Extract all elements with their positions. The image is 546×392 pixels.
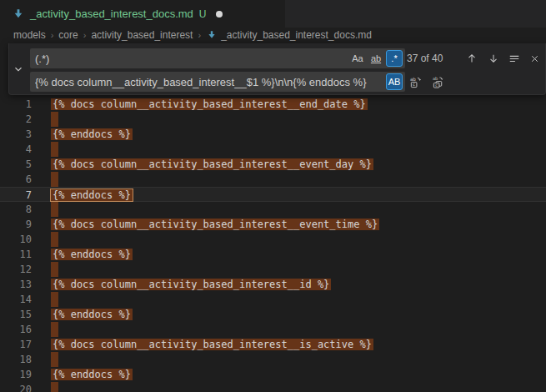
whole-word-toggle[interactable]: ab bbox=[368, 50, 384, 67]
svg-text:ab: ab bbox=[432, 76, 437, 81]
code-text: {% enddocs %} bbox=[53, 367, 131, 382]
code-line[interactable]: 9{% docs column__activity_based_interest… bbox=[0, 217, 546, 232]
search-box: Aa ab .* bbox=[30, 48, 405, 68]
line-number: 2 bbox=[0, 112, 32, 127]
line-number: 20 bbox=[0, 382, 32, 392]
modified-indicator-dot[interactable] bbox=[216, 11, 223, 18]
code-text: {% enddocs %} bbox=[53, 307, 131, 322]
preserve-case-toggle[interactable]: AB bbox=[386, 73, 403, 90]
empty-line-find-match bbox=[51, 112, 58, 127]
empty-line-find-match bbox=[51, 352, 58, 367]
line-number: 13 bbox=[0, 277, 32, 292]
breadcrumb-separator: › bbox=[83, 30, 87, 40]
code-line[interactable]: 15{% enddocs %} bbox=[0, 307, 546, 322]
code-text: {% docs column__activity_based_interest_… bbox=[53, 157, 372, 172]
code-text: {% enddocs %} bbox=[53, 127, 131, 142]
code-line[interactable]: 5{% docs column__activity_based_interest… bbox=[0, 157, 546, 172]
code-text: {% docs column__activity_based_interest_… bbox=[53, 337, 372, 352]
code-line[interactable]: 16 bbox=[0, 322, 546, 337]
code-line[interactable]: 14 bbox=[0, 292, 546, 307]
find-in-selection-button[interactable] bbox=[506, 50, 523, 67]
empty-line-find-match bbox=[51, 322, 58, 337]
line-number: 10 bbox=[0, 232, 32, 247]
line-number: 3 bbox=[0, 127, 32, 142]
line-number: 4 bbox=[0, 142, 32, 157]
code-line[interactable]: 18 bbox=[0, 352, 546, 367]
code-line[interactable]: 17{% docs column__activity_based_interes… bbox=[0, 337, 546, 352]
tab-filename: _activity_based_interest_docs.md bbox=[30, 8, 193, 20]
line-number: 18 bbox=[0, 352, 32, 367]
line-number: 19 bbox=[0, 367, 32, 382]
line-number: 17 bbox=[0, 337, 32, 352]
breadcrumb-separator: › bbox=[51, 30, 54, 40]
code-line[interactable]: 12 bbox=[0, 262, 546, 277]
git-status-badge: U bbox=[199, 8, 207, 20]
code-line[interactable]: 1{% docs column__activity_based_interest… bbox=[0, 97, 546, 112]
code-line[interactable]: 11{% enddocs %} bbox=[0, 247, 546, 262]
line-number: 9 bbox=[0, 217, 32, 232]
line-number: 7 bbox=[0, 188, 32, 203]
current-find-match: {% enddocs %} bbox=[51, 189, 133, 201]
breadcrumb-item[interactable]: activity_based_interest bbox=[91, 29, 193, 41]
find-match: {% docs column__activity_based_interest_… bbox=[51, 279, 331, 290]
code-line[interactable]: 7{% enddocs %} bbox=[0, 187, 546, 202]
code-line[interactable]: 19{% enddocs %} bbox=[0, 367, 546, 382]
breadcrumb-item[interactable]: models bbox=[13, 29, 46, 41]
previous-match-button[interactable] bbox=[463, 50, 480, 67]
code-text: {% docs column__activity_based_interest_… bbox=[53, 277, 329, 292]
code-line[interactable]: 10 bbox=[0, 232, 546, 247]
markdown-file-icon bbox=[206, 29, 218, 41]
markdown-file-icon bbox=[12, 8, 25, 21]
next-match-button[interactable] bbox=[485, 50, 502, 67]
code-line[interactable]: 3{% enddocs %} bbox=[0, 127, 546, 142]
match-case-toggle[interactable]: Aa bbox=[349, 50, 366, 67]
whole-word-label: ab bbox=[371, 53, 381, 63]
replace-button[interactable]: ab c bbox=[407, 73, 423, 90]
match-count: 37 of 40 bbox=[407, 48, 443, 68]
find-match: {% docs column__activity_based_interest_… bbox=[51, 98, 368, 110]
breadcrumb-separator: › bbox=[198, 30, 201, 40]
replace-box: AB bbox=[30, 72, 405, 92]
replace-all-button[interactable]: ab c bbox=[429, 73, 446, 90]
close-icon[interactable] bbox=[526, 50, 543, 67]
code-text: {% enddocs %} bbox=[53, 247, 131, 262]
tab-activity-based-interest-docs[interactable]: _activity_based_interest_docs.md U bbox=[0, 0, 285, 28]
empty-line-find-match bbox=[51, 172, 58, 187]
code-line[interactable]: 4 bbox=[0, 142, 546, 157]
empty-line-find-match bbox=[51, 142, 58, 157]
svg-text:c: c bbox=[413, 82, 415, 87]
svg-text:ab: ab bbox=[409, 76, 415, 81]
tab-bar: _activity_based_interest_docs.md U bbox=[0, 0, 546, 28]
line-number: 11 bbox=[0, 247, 32, 262]
svg-text:c: c bbox=[435, 82, 438, 87]
line-number: 6 bbox=[0, 172, 32, 187]
line-number: 14 bbox=[0, 292, 32, 307]
line-number: 12 bbox=[0, 262, 32, 277]
code-line[interactable]: 8 bbox=[0, 202, 546, 217]
breadcrumb: models›core›activity_based_interest› _ac… bbox=[0, 28, 546, 42]
code-line[interactable]: 13{% docs column__activity_based_interes… bbox=[0, 277, 546, 292]
empty-line-find-match bbox=[51, 262, 58, 277]
code-line[interactable]: 6 bbox=[0, 172, 546, 187]
breadcrumb-file[interactable]: _activity_based_interest_docs.md bbox=[221, 29, 372, 41]
line-number: 16 bbox=[0, 322, 32, 337]
line-number: 8 bbox=[0, 202, 32, 217]
line-number: 15 bbox=[0, 307, 32, 322]
regex-toggle[interactable]: .* bbox=[386, 50, 403, 67]
find-match: {% enddocs %} bbox=[51, 128, 133, 140]
code-text: {% docs column__activity_based_interest_… bbox=[53, 97, 366, 112]
find-match: {% enddocs %} bbox=[51, 369, 133, 380]
search-input[interactable] bbox=[30, 48, 348, 68]
find-match: {% docs column__activity_based_interest_… bbox=[51, 219, 379, 230]
find-replace-widget: Aa ab .* 37 of 40 AB ab c ab bbox=[8, 43, 546, 95]
code-line[interactable]: 2 bbox=[0, 112, 546, 127]
replace-input[interactable] bbox=[30, 72, 384, 92]
toggle-replace-chevron-down-icon[interactable] bbox=[11, 61, 26, 78]
code-text: {% enddocs %} bbox=[53, 188, 131, 203]
breadcrumb-item[interactable]: core bbox=[58, 29, 78, 41]
empty-line-find-match bbox=[51, 382, 58, 392]
code-line[interactable]: 20 bbox=[0, 382, 546, 392]
find-match: {% enddocs %} bbox=[51, 249, 133, 260]
line-number: 1 bbox=[0, 97, 32, 112]
code-text: {% docs column__activity_based_interest_… bbox=[53, 217, 378, 232]
